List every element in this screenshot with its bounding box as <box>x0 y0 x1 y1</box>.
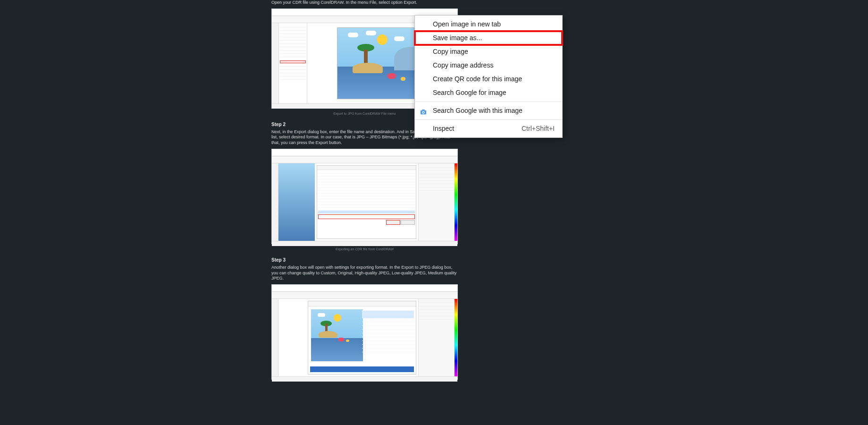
screenshot-2 <box>271 149 458 244</box>
cancel-button <box>401 220 415 225</box>
screenshot-3 <box>271 284 458 380</box>
ctx-create-qr-code[interactable]: Create QR code for this image <box>415 72 562 86</box>
shot1-tool-col <box>272 23 279 103</box>
step3-text: Another dialog box will open with settin… <box>271 265 458 281</box>
ctx-item-label: Copy image <box>433 48 468 55</box>
shot3-export-jpeg-dialog <box>308 301 416 374</box>
shot3-preview <box>311 309 363 361</box>
ctx-open-image-new-tab[interactable]: Open image in new tab <box>415 17 562 31</box>
ctx-copy-image[interactable]: Copy image <box>415 45 562 59</box>
ctx-separator <box>415 102 562 102</box>
shot3-right-panel <box>418 299 455 376</box>
save-as-type-highlight <box>318 214 415 219</box>
ctx-item-label: Create QR code for this image <box>433 75 522 83</box>
shot2-export-dialog <box>317 165 416 239</box>
shot1-file-menu <box>279 23 307 103</box>
export-button-highlight <box>386 220 400 225</box>
shot2-right-panel <box>418 163 455 241</box>
ctx-item-label: Open image in new tab <box>433 20 501 28</box>
shot3-options <box>362 307 414 368</box>
svg-rect-1 <box>422 110 424 111</box>
svg-point-3 <box>423 112 424 113</box>
ctx-copy-image-address[interactable]: Copy image address <box>415 59 562 72</box>
context-menu: Open image in new tab Save image as... C… <box>414 15 563 138</box>
step1-text: Open your CDR file using CorelDRAW. In t… <box>271 0 458 6</box>
ctx-item-label: Copy image address <box>433 61 493 69</box>
shot2-file-type-list <box>317 170 416 219</box>
ctx-search-google-with-this-image[interactable]: Search Google with this image <box>415 104 562 118</box>
step3-title: Step 3 <box>271 257 458 263</box>
shot2-canvas <box>278 163 315 241</box>
camera-icon <box>420 107 427 114</box>
ctx-separator <box>415 119 562 120</box>
ctx-item-label: Save image as... <box>433 34 482 42</box>
ctx-search-google-for-image[interactable]: Search Google for image <box>415 86 562 100</box>
ctx-shortcut: Ctrl+Shift+I <box>522 122 555 136</box>
color-bar <box>455 163 457 241</box>
ctx-inspect[interactable]: Inspect Ctrl+Shift+I <box>415 122 562 136</box>
caption-2: Exporting an CDR file from CorelDRAW <box>271 247 458 251</box>
selected-format-row <box>318 211 415 213</box>
ctx-save-image-as[interactable]: Save image as... <box>415 31 562 45</box>
ctx-item-label: Search Google with this image <box>433 107 522 114</box>
shot3-bottom-bar <box>310 366 414 372</box>
ctx-item-label: Search Google for image <box>433 89 506 96</box>
ctx-item-label: Inspect <box>433 125 454 132</box>
